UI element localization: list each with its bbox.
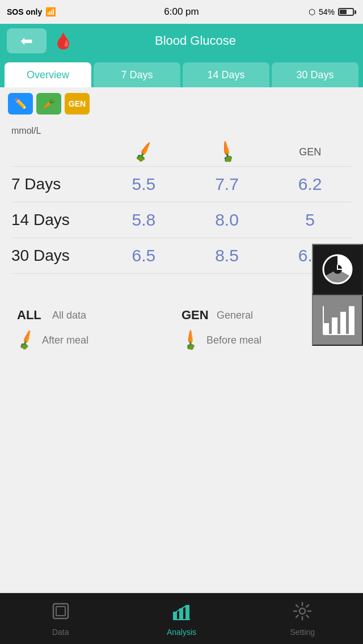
legend-gen-desc: General bbox=[217, 310, 253, 321]
analysis-nav-icon bbox=[172, 601, 191, 625]
battery-percent: 54% bbox=[319, 7, 335, 16]
table-row: 30 Days 6.5 8.5 6.1 bbox=[11, 239, 352, 272]
carrot-after-icon: 🥕 bbox=[14, 328, 38, 353]
carrot-green-icon: 🥕 bbox=[43, 98, 55, 110]
main-content: mmol/L 🥕 🥕 GEN 7 Days 5.5 7.7 6.2 14 Day… bbox=[0, 120, 363, 355]
legend-aftermeal: 🥕 After meal bbox=[17, 332, 182, 349]
grid-chart-icon bbox=[320, 303, 354, 337]
status-time: 6:00 pm bbox=[164, 6, 199, 18]
table-row: 7 Days 5.5 7.7 6.2 bbox=[11, 168, 352, 201]
row2-label: 14 Days bbox=[11, 211, 102, 229]
wifi-icon: 📶 bbox=[45, 7, 56, 17]
row3-label: 30 Days bbox=[11, 247, 102, 265]
legend: ALL All data GEN General 🥕 After meal 🥕 … bbox=[11, 308, 352, 349]
carrot-dark-icon: 🥕 bbox=[131, 140, 156, 164]
legend-all: ALL All data bbox=[17, 308, 182, 323]
pencil-icon: ✏️ bbox=[14, 98, 27, 110]
svg-rect-2 bbox=[323, 323, 329, 334]
row3-val2: 8.5 bbox=[185, 246, 269, 265]
back-arrow-icon: ⬅ bbox=[20, 33, 33, 48]
legend-all-label: ALL bbox=[17, 308, 45, 323]
svg-rect-3 bbox=[332, 317, 337, 334]
tab-30days[interactable]: 30 Days bbox=[272, 62, 358, 87]
nav-setting-label: Setting bbox=[290, 628, 315, 637]
row1-label: 7 Days bbox=[11, 175, 102, 193]
header: ⬅ 🩸 Blood Glucose bbox=[0, 24, 363, 58]
row1-val1: 5.5 bbox=[102, 175, 185, 194]
row2-val2: 8.0 bbox=[185, 210, 269, 230]
nav-analysis[interactable]: Analysis bbox=[121, 601, 242, 637]
nav-analysis-label: Analysis bbox=[167, 628, 196, 637]
legend-aftermeal-desc: After meal bbox=[42, 334, 88, 346]
svg-rect-12 bbox=[185, 605, 189, 620]
data-nav-icon bbox=[51, 601, 70, 625]
carrot-before-icon: 🥕 bbox=[178, 328, 203, 353]
bluetooth-icon: ⬡ bbox=[309, 7, 315, 16]
svg-rect-4 bbox=[340, 312, 346, 334]
gen-label: GEN bbox=[69, 99, 86, 108]
row1-val2: 7.7 bbox=[185, 175, 269, 194]
back-button[interactable]: ⬅ bbox=[7, 28, 47, 53]
col2-header: 🥕 bbox=[185, 143, 269, 162]
svg-rect-8 bbox=[53, 604, 68, 618]
col3-header: GEN bbox=[268, 146, 352, 158]
tabs-bar: Overview 7 Days 14 Days 30 Days bbox=[0, 58, 363, 87]
legend-beforemeal-desc: Before meal bbox=[206, 334, 261, 346]
tab-overview[interactable]: Overview bbox=[5, 62, 91, 87]
nav-setting[interactable]: Setting bbox=[242, 601, 363, 637]
status-bar: SOS only 📶 6:00 pm ⬡ 54% bbox=[0, 0, 363, 24]
data-table: 🥕 🥕 GEN 7 Days 5.5 7.7 6.2 14 Days 5.8 8… bbox=[11, 139, 352, 274]
svg-rect-5 bbox=[349, 306, 354, 334]
tab-7days[interactable]: 7 Days bbox=[94, 62, 180, 87]
sos-text: SOS only bbox=[7, 7, 42, 16]
row3-val1: 6.5 bbox=[102, 246, 185, 265]
nav-data-label: Data bbox=[52, 628, 69, 637]
table-row: 14 Days 5.8 8.0 5 bbox=[11, 204, 352, 236]
battery-icon bbox=[338, 8, 356, 16]
overlay-buttons bbox=[312, 244, 363, 346]
pie-chart-icon bbox=[320, 252, 354, 286]
setting-nav-icon bbox=[293, 601, 312, 625]
nav-data[interactable]: Data bbox=[0, 601, 121, 637]
carrot-light-icon: 🥕 bbox=[214, 139, 240, 166]
filter-gen-button[interactable]: GEN bbox=[65, 93, 90, 115]
tab-14days[interactable]: 14 Days bbox=[183, 62, 269, 87]
status-left: SOS only 📶 bbox=[7, 7, 56, 17]
row2-val3: 5 bbox=[268, 210, 352, 230]
status-right: ⬡ 54% bbox=[309, 7, 356, 16]
unit-label: mmol/L bbox=[11, 126, 352, 136]
filter-all-button[interactable]: ✏️ bbox=[8, 93, 33, 115]
bottom-nav: Data Analysis Setting bbox=[0, 593, 363, 644]
page-title: Blood Glucose bbox=[80, 33, 311, 48]
sub-filters: ✏️ 🥕 GEN bbox=[0, 87, 363, 120]
row1-val3: 6.2 bbox=[268, 175, 352, 194]
pie-chart-button[interactable] bbox=[312, 244, 363, 295]
svg-rect-9 bbox=[56, 607, 65, 616]
legend-gen-label: GEN bbox=[182, 308, 210, 323]
table-header: 🥕 🥕 GEN bbox=[11, 139, 352, 165]
row2-val1: 5.8 bbox=[102, 210, 185, 230]
grid-chart-button[interactable] bbox=[312, 295, 363, 346]
filter-aftermeal-button[interactable]: 🥕 bbox=[36, 93, 61, 115]
svg-point-14 bbox=[299, 608, 305, 614]
glucose-meter-icon: 🩸 bbox=[53, 32, 73, 50]
legend-all-desc: All data bbox=[52, 310, 86, 321]
col1-header: 🥕 bbox=[102, 143, 185, 162]
